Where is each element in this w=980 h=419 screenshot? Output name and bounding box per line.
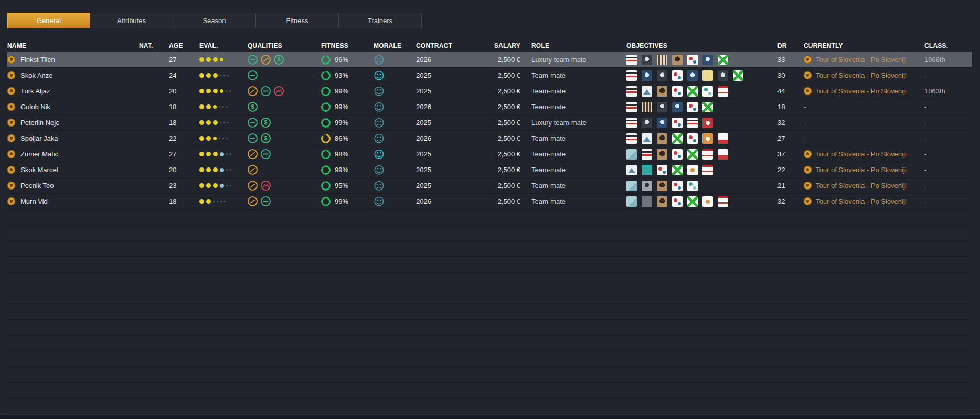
objective-formato-icon bbox=[718, 149, 728, 160]
currently-cell: Tour of Slovenia - Po Sloveniji bbox=[804, 197, 924, 205]
objective-cyclist-dark-icon bbox=[657, 70, 667, 81]
rider-name: Finkst Tilen bbox=[20, 56, 55, 64]
table-row[interactable]: Peterlin Nejc 18 $ 99% ☺ 2025 2,500 € Lu… bbox=[7, 115, 972, 131]
morale-smiley-icon: ☺ bbox=[374, 165, 385, 175]
eval-dot bbox=[213, 152, 218, 156]
empty-row bbox=[7, 241, 972, 257]
table-body: Finkst Tilen 27 $ 96% ☺ 2026 2,500 € Lux… bbox=[7, 52, 972, 414]
eval-dot bbox=[213, 105, 217, 109]
objective-track-icon bbox=[657, 165, 667, 175]
table-row[interactable]: Skok Marcel 20 99% ☺ 2025 2,500 € Team-m… bbox=[7, 162, 972, 178]
eval-dot bbox=[220, 168, 224, 172]
eval-dot bbox=[213, 120, 218, 125]
qualities-icons bbox=[248, 86, 321, 96]
objective-peak-icon bbox=[642, 86, 652, 97]
currently-cell: Tour of Slovenia - Po Sloveniji bbox=[804, 182, 924, 190]
currently-race: - bbox=[804, 134, 806, 142]
column-header-currently[interactable]: CURRENTLY bbox=[804, 42, 924, 49]
column-header-contract[interactable]: CONTRACT bbox=[416, 42, 472, 49]
eval-dot bbox=[206, 199, 211, 204]
column-header-nat[interactable]: NAT. bbox=[139, 42, 169, 49]
column-header-morale[interactable]: MORALE bbox=[374, 42, 416, 49]
eval-dot bbox=[220, 152, 224, 156]
currently-cell: - bbox=[804, 134, 924, 142]
rider-name: Golob Nik bbox=[20, 103, 50, 111]
race-badge-icon bbox=[804, 182, 812, 190]
evaluation-dots bbox=[199, 136, 248, 141]
qualities-icons bbox=[248, 149, 321, 159]
table-row[interactable]: Finkst Tilen 27 $ 96% ☺ 2026 2,500 € Lux… bbox=[7, 52, 972, 68]
race-badge-icon bbox=[804, 197, 812, 205]
column-header-age[interactable]: AGE bbox=[169, 42, 199, 49]
column-header-qualities[interactable]: QUALITIES bbox=[248, 42, 321, 49]
eval-dot bbox=[220, 89, 223, 93]
tab-fitness[interactable]: Fitness bbox=[256, 13, 339, 28]
eval-dot bbox=[224, 201, 226, 202]
flat-quality-icon bbox=[261, 86, 271, 96]
tab-attributes[interactable]: Attributes bbox=[90, 13, 173, 28]
objective-cyclist-blue-icon bbox=[687, 70, 698, 81]
currently-cell: - bbox=[804, 119, 924, 127]
rider-role: Team-mate bbox=[520, 150, 626, 158]
table-row[interactable]: Skok Anze 24 93% ☺ 2025 2,500 € Team-mat… bbox=[7, 68, 972, 83]
column-header-fitness[interactable]: FITNESS bbox=[321, 42, 374, 49]
morale-smiley-icon: ☺ bbox=[374, 149, 385, 160]
objective-stripes-icon bbox=[642, 102, 652, 112]
tab-trainers[interactable]: Trainers bbox=[339, 13, 422, 28]
fitness-ring-icon bbox=[321, 150, 331, 159]
objectives-icons bbox=[626, 149, 777, 160]
flat-quality-icon bbox=[248, 118, 258, 128]
column-header-salary[interactable]: SALARY bbox=[472, 42, 520, 49]
table-row[interactable]: Turk Aljaz 20 99% ☺ 2025 2,500 € Team-ma… bbox=[7, 83, 972, 99]
contract-year: 2025 bbox=[416, 71, 472, 79]
column-header-role[interactable]: ROLE bbox=[520, 42, 626, 49]
eval-dot bbox=[199, 199, 204, 204]
dr-value: 32 bbox=[777, 119, 804, 127]
eval-dot bbox=[199, 57, 204, 62]
column-header-eval[interactable]: EVAL. bbox=[199, 42, 248, 49]
table-row[interactable]: Pecnik Teo 23 95% ☺ 2025 2,500 € Team-ma… bbox=[7, 178, 972, 194]
objective-coppa-icon bbox=[702, 165, 713, 175]
objective-cyclist-brown-icon bbox=[657, 133, 667, 144]
flat-quality-icon bbox=[248, 70, 258, 80]
objective-coppa-icon bbox=[718, 86, 728, 97]
hill-quality-icon bbox=[261, 55, 271, 65]
eval-dot bbox=[222, 138, 224, 139]
eval-dot bbox=[206, 136, 211, 141]
column-header-class[interactable]: CLASS. bbox=[924, 42, 972, 49]
objective-track-icon bbox=[687, 102, 698, 112]
salary-value: 2,500 € bbox=[472, 87, 520, 95]
table-row[interactable]: Spoljar Jaka 22 $ 86% ☺ 2026 2,500 € Tea… bbox=[7, 131, 972, 146]
tab-general[interactable]: General bbox=[7, 13, 90, 28]
objective-greenx-icon bbox=[687, 149, 698, 160]
column-header-name[interactable]: NAME bbox=[7, 42, 139, 49]
table-row[interactable]: Golob Nik 18 $ 99% ☺ 2026 2,500 € Team-m… bbox=[7, 99, 972, 115]
tab-season[interactable]: Season bbox=[173, 13, 256, 28]
column-header-objectives[interactable]: OBJECTIVES bbox=[626, 42, 777, 49]
fitness-ring-icon bbox=[321, 71, 331, 80]
eval-dot bbox=[226, 106, 228, 108]
rider-badge-icon bbox=[7, 56, 15, 64]
rider-role: Luxury team-mate bbox=[520, 119, 626, 127]
eval-dot bbox=[213, 183, 218, 188]
fitness-cell: 99% bbox=[321, 197, 374, 206]
column-header-dr[interactable]: DR bbox=[777, 42, 804, 49]
currently-cell: Tour of Slovenia - Po Sloveniji bbox=[804, 87, 924, 95]
dollar-quality-icon: $ bbox=[248, 102, 258, 112]
roster-screen: General Attributes Season Fitness Traine… bbox=[0, 0, 980, 419]
currently-race: Tour of Slovenia - Po Sloveniji bbox=[816, 166, 907, 174]
objective-peak-icon bbox=[642, 133, 652, 144]
table-row[interactable]: Zumer Matic 27 98% ☺ 2025 2,500 € Team-m… bbox=[7, 146, 972, 162]
table-row[interactable]: Murn Vid 18 99% ☺ 2026 2,500 € Team-mate… bbox=[7, 194, 972, 210]
eval-dot bbox=[230, 153, 231, 155]
empty-row bbox=[7, 304, 972, 320]
tab-bar: General Attributes Season Fitness Traine… bbox=[7, 13, 422, 28]
currently-race: - bbox=[804, 119, 806, 127]
currently-race: Tour of Slovenia - Po Sloveniji bbox=[816, 182, 907, 190]
fitness-cell: 98% bbox=[321, 150, 374, 159]
objectives-icons bbox=[626, 196, 777, 207]
table-header: NAME NAT. AGE EVAL. QUALITIES FITNESS MO… bbox=[7, 39, 972, 52]
name-cell: Pecnik Teo bbox=[7, 182, 139, 190]
empty-row bbox=[7, 210, 972, 225]
eval-dot bbox=[222, 106, 224, 108]
